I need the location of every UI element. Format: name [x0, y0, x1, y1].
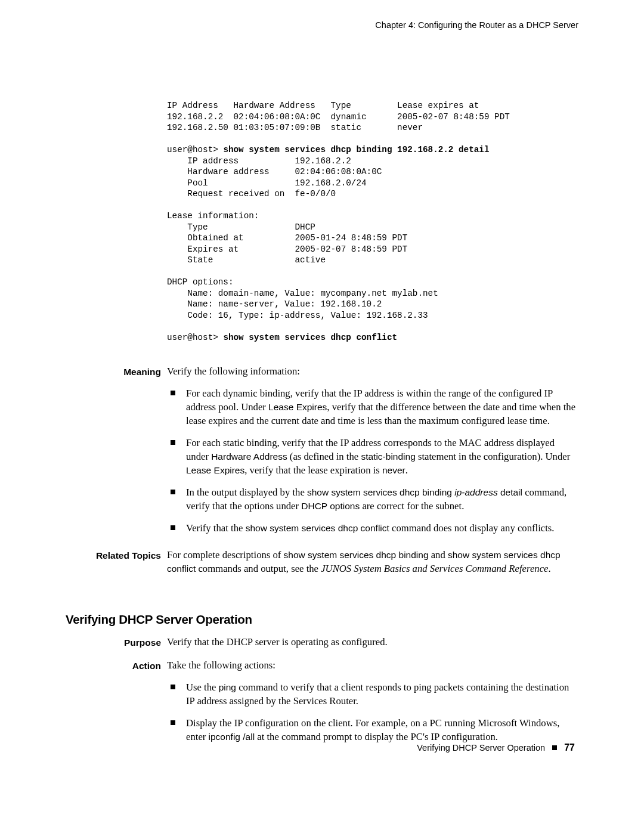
cli-line: Name: name-server, Value: 192.168.10.2 [167, 299, 382, 309]
meaning-block: Meaning Verify the following information… [167, 364, 578, 535]
related-topics-block: Related Topics For complete descriptions… [167, 548, 578, 575]
action-intro: Take the following actions: [167, 658, 578, 672]
cli-line: Request received on fe-0/0/0 [167, 189, 336, 199]
meaning-intro: Verify the following information: [167, 364, 578, 378]
cli-line: Pool 192.168.2.0/24 [167, 178, 367, 188]
list-item: Display the IP configuration on the clie… [167, 716, 578, 744]
cli-line: Code: 16, Type: ip-address, Value: 192.1… [167, 311, 428, 320]
meaning-list: For each dynamic binding, verify that th… [167, 386, 578, 535]
cli-line: Expires at 2005-02-07 8:48:59 PDT [167, 244, 407, 254]
action-block: Action Take the following actions: Use t… [167, 658, 578, 744]
cli-command: show system services dhcp conflict [223, 333, 397, 342]
cli-row: 192.168.2.50 01:03:05:07:09:0B static ne… [167, 123, 423, 132]
cli-table-header: IP Address Hardware Address Type Lease e… [167, 101, 479, 110]
related-topics-text: For complete descriptions of show system… [167, 548, 578, 575]
related-topics-label: Related Topics [60, 549, 161, 562]
cli-output: IP Address Hardware Address Type Lease e… [167, 100, 578, 343]
cli-line: Hardware address 02:04:06:08:0A:0C [167, 167, 382, 176]
cli-prompt: user@host> [167, 333, 223, 342]
cli-line: State active [167, 255, 326, 265]
purpose-block: Purpose Verify that the DHCP server is o… [167, 635, 578, 649]
footer-section: Verifying DHCP Server Operation [417, 743, 545, 753]
list-item: Verify that the show system services dhc… [167, 521, 578, 535]
cli-command: show system services dhcp binding 192.16… [223, 145, 489, 154]
cli-subhead: Lease information: [167, 211, 259, 221]
page-footer: Verifying DHCP Server Operation 77 [417, 742, 575, 753]
meaning-label: Meaning [60, 365, 161, 379]
action-list: Use the ping command to verify that a cl… [167, 680, 578, 744]
list-item: For each dynamic binding, verify that th… [167, 386, 578, 428]
action-label: Action [60, 659, 161, 673]
list-item: In the output displayed by the show syst… [167, 485, 578, 513]
cli-row: 192.168.2.2 02:04:06:08:0A:0C dynamic 20… [167, 112, 510, 122]
cli-line: Obtained at 2005-01-24 8:48:59 PDT [167, 233, 407, 243]
chapter-title: Chapter 4: Configuring the Router as a D… [375, 20, 578, 30]
list-item: For each static binding, verify that the… [167, 436, 578, 477]
page-header: Chapter 4: Configuring the Router as a D… [66, 20, 578, 30]
cli-prompt: user@host> [167, 145, 223, 154]
cli-subhead: DHCP options: [167, 277, 234, 287]
section-heading: Verifying DHCP Server Operation [66, 612, 578, 627]
page-number: 77 [564, 742, 575, 753]
cli-line: Type DHCP [167, 222, 315, 232]
list-item: Use the ping command to verify that a cl… [167, 680, 578, 708]
purpose-label: Purpose [60, 636, 161, 649]
cli-line: IP address 192.168.2.2 [167, 156, 351, 166]
cli-line: Name: domain-name, Value: mycompany.net … [167, 289, 438, 298]
purpose-text: Verify that the DHCP server is operating… [167, 635, 578, 649]
square-bullet-icon [552, 745, 557, 750]
